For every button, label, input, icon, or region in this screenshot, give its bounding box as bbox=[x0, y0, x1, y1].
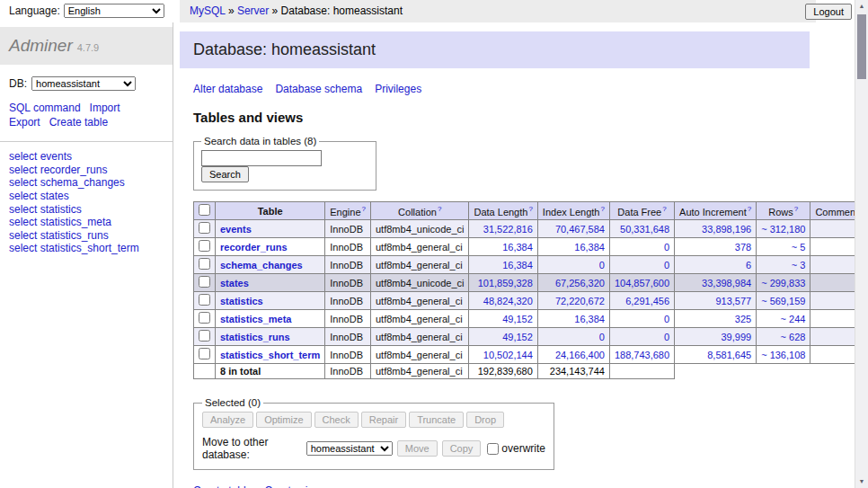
sidebar-table-link[interactable]: select states bbox=[9, 190, 164, 203]
copy-button[interactable]: Copy bbox=[442, 440, 482, 457]
column-help-link[interactable]: ? bbox=[438, 205, 441, 213]
rows-link[interactable]: ~ 5 bbox=[792, 242, 806, 253]
move-button[interactable]: Move bbox=[397, 440, 438, 457]
data-length-link[interactable]: 16,384 bbox=[502, 242, 533, 253]
index-length-link[interactable]: 16,384 bbox=[574, 314, 605, 324]
db-select[interactable]: homeassistant bbox=[31, 76, 136, 91]
data-free-link[interactable]: 50,331,648 bbox=[620, 224, 669, 235]
auto-increment-link[interactable]: 33,398,984 bbox=[702, 278, 751, 288]
breadcrumb-item[interactable]: MySQL bbox=[190, 4, 226, 17]
sidebar-table-link[interactable]: select statistics_runs bbox=[9, 229, 164, 243]
overwrite-checkbox[interactable] bbox=[487, 443, 499, 455]
index-length-link[interactable]: 72,220,672 bbox=[555, 296, 605, 306]
data-length-link[interactable]: 48,824,320 bbox=[483, 296, 533, 306]
rows-link[interactable]: ~ 312,180 bbox=[761, 224, 805, 235]
sidebar-table-link[interactable]: select schema_changes bbox=[9, 176, 164, 190]
table-name-link[interactable]: statistics_meta bbox=[220, 314, 292, 324]
sidebar-table-link[interactable]: select events bbox=[9, 150, 164, 164]
language-select[interactable]: English bbox=[64, 4, 164, 18]
data-length-link[interactable]: 16,384 bbox=[502, 260, 533, 271]
db-action-link[interactable]: Privileges bbox=[375, 83, 421, 95]
logout-button[interactable]: Logout bbox=[805, 4, 852, 20]
rows-link[interactable]: ~ 136,108 bbox=[761, 350, 805, 360]
bulk-action-button[interactable]: Check bbox=[314, 412, 359, 428]
db-action-link[interactable]: Database schema bbox=[275, 83, 362, 95]
db-action-link[interactable]: Alter database bbox=[193, 83, 262, 95]
sidebar-table-link[interactable]: select recorder_runs bbox=[9, 164, 164, 177]
table-name-link[interactable]: statistics_runs bbox=[220, 332, 290, 342]
row-checkbox[interactable] bbox=[199, 276, 210, 288]
rows-link[interactable]: ~ 3 bbox=[792, 260, 806, 271]
column-help-link[interactable]: ? bbox=[600, 205, 604, 213]
table-name-link[interactable]: recorder_runs bbox=[220, 242, 288, 253]
create-link[interactable]: Create view bbox=[264, 484, 321, 488]
move-db-select[interactable]: homeassistant bbox=[306, 441, 393, 456]
column-help-link[interactable]: ? bbox=[794, 205, 798, 213]
row-checkbox[interactable] bbox=[199, 348, 210, 359]
sidebar-action-link[interactable]: Export bbox=[9, 116, 40, 129]
scroll-up-icon[interactable]: ▲ bbox=[855, 0, 868, 13]
sidebar-action-link[interactable]: SQL command bbox=[9, 102, 81, 114]
auto-increment-link[interactable]: 8,581,645 bbox=[707, 350, 751, 360]
auto-increment-link[interactable]: 378 bbox=[735, 242, 751, 253]
column-help-link[interactable]: ? bbox=[662, 205, 666, 213]
bulk-action-button[interactable]: Drop bbox=[466, 412, 504, 428]
table-name-link[interactable]: states bbox=[220, 278, 249, 288]
index-length-link[interactable]: 67,256,320 bbox=[555, 278, 605, 288]
column-help-link[interactable]: ? bbox=[528, 205, 532, 213]
scroll-down-icon[interactable]: ▼ bbox=[855, 475, 868, 488]
index-length-link[interactable]: 70,467,584 bbox=[555, 224, 605, 235]
search-input[interactable] bbox=[201, 150, 322, 166]
breadcrumb-item[interactable]: Server bbox=[237, 4, 269, 17]
select-all-checkbox[interactable] bbox=[199, 204, 210, 216]
index-length-link[interactable]: 0 bbox=[599, 260, 605, 271]
sidebar-action-link[interactable]: Import bbox=[90, 102, 120, 114]
index-length-link[interactable]: 24,166,400 bbox=[555, 350, 605, 360]
scrollbar-thumb[interactable] bbox=[857, 14, 866, 79]
column-help-link[interactable]: ? bbox=[362, 205, 366, 213]
table-name-link[interactable]: statistics bbox=[220, 296, 263, 306]
bulk-action-button[interactable]: Repair bbox=[361, 412, 406, 428]
auto-increment-link[interactable]: 6 bbox=[746, 260, 751, 271]
row-checkbox[interactable] bbox=[199, 330, 210, 342]
rows-link[interactable]: ~ 628 bbox=[781, 332, 806, 342]
row-checkbox[interactable] bbox=[199, 294, 210, 306]
rows-link[interactable]: ~ 569,159 bbox=[761, 296, 805, 306]
data-length-link[interactable]: 101,859,328 bbox=[478, 278, 533, 288]
data-free-link[interactable]: 0 bbox=[664, 242, 669, 253]
data-free-link[interactable]: 6,291,456 bbox=[625, 296, 669, 306]
table-name-link[interactable]: schema_changes bbox=[220, 260, 303, 271]
bulk-action-button[interactable]: Optimize bbox=[256, 412, 311, 428]
bulk-action-button[interactable]: Analyze bbox=[202, 412, 253, 428]
auto-increment-link[interactable]: 913,577 bbox=[715, 296, 751, 306]
index-length-link[interactable]: 0 bbox=[599, 332, 605, 342]
data-free-link[interactable]: 104,857,600 bbox=[615, 278, 669, 288]
sidebar-table-link[interactable]: select statistics bbox=[9, 203, 164, 217]
column-help-link[interactable]: ? bbox=[748, 205, 751, 213]
sidebar-action-link[interactable]: Create table bbox=[49, 116, 108, 129]
data-free-link[interactable]: 0 bbox=[664, 332, 669, 342]
rows-link[interactable]: ~ 244 bbox=[781, 314, 806, 324]
data-free-link[interactable]: 0 bbox=[664, 314, 669, 324]
sidebar-table-link[interactable]: select statistics_short_term bbox=[9, 242, 164, 255]
row-checkbox[interactable] bbox=[199, 222, 210, 234]
data-length-link[interactable]: 49,152 bbox=[502, 332, 533, 342]
sidebar-table-link[interactable]: select statistics_meta bbox=[9, 216, 164, 229]
bulk-action-button[interactable]: Truncate bbox=[409, 412, 464, 428]
table-name-link[interactable]: events bbox=[220, 224, 252, 235]
data-length-link[interactable]: 31,522,816 bbox=[483, 224, 533, 235]
auto-increment-link[interactable]: 33,898,196 bbox=[702, 224, 751, 235]
rows-link[interactable]: ~ 299,833 bbox=[761, 278, 805, 288]
create-link[interactable]: Create table bbox=[193, 484, 252, 488]
data-length-link[interactable]: 10,502,144 bbox=[483, 350, 533, 360]
data-free-link[interactable]: 188,743,680 bbox=[615, 350, 669, 360]
row-checkbox[interactable] bbox=[199, 240, 210, 252]
auto-increment-link[interactable]: 325 bbox=[735, 314, 751, 324]
table-name-link[interactable]: statistics_short_term bbox=[220, 350, 320, 360]
search-button[interactable]: Search bbox=[201, 166, 249, 182]
row-checkbox[interactable] bbox=[199, 258, 210, 270]
auto-increment-link[interactable]: 39,999 bbox=[722, 332, 752, 342]
data-free-link[interactable]: 0 bbox=[664, 260, 669, 271]
index-length-link[interactable]: 16,384 bbox=[574, 242, 605, 253]
row-checkbox[interactable] bbox=[199, 312, 210, 324]
